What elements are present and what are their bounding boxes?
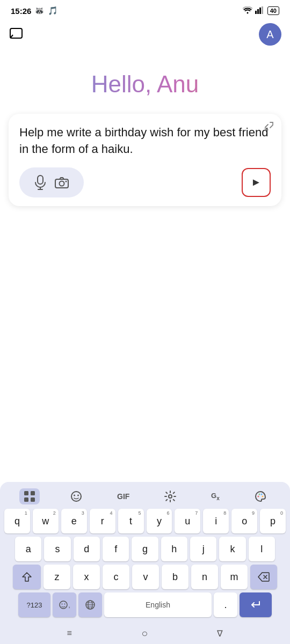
key-d[interactable]: d: [74, 537, 100, 561]
backspace-key[interactable]: [250, 565, 277, 589]
greeting-text: Hello, Anu: [11, 71, 279, 98]
key-row-3: z x c v b n m: [2, 565, 288, 589]
notification-icon-2: 🎵: [48, 6, 58, 16]
svg-rect-12: [31, 491, 35, 495]
wifi-icon: [243, 6, 252, 16]
bottom-nav: ≡ ○ ∇: [0, 623, 290, 644]
nav-back-icon[interactable]: ∇: [217, 628, 223, 639]
key-b[interactable]: b: [162, 565, 189, 589]
key-g[interactable]: g: [132, 537, 158, 561]
key-m[interactable]: m: [221, 565, 248, 589]
nav-menu-icon[interactable]: ≡: [67, 628, 72, 638]
avatar[interactable]: A: [259, 23, 281, 46]
key-o[interactable]: o9: [231, 509, 257, 533]
battery-indicator: 40: [267, 6, 279, 15]
period-label: .: [224, 599, 227, 611]
key-j[interactable]: j: [190, 537, 216, 561]
key-u[interactable]: u7: [175, 509, 200, 533]
send-button[interactable]: ►: [242, 168, 271, 197]
gif-label: GIF: [117, 492, 129, 501]
svg-rect-1: [257, 9, 259, 14]
key-s[interactable]: s: [44, 537, 70, 561]
key-h[interactable]: h: [161, 537, 187, 561]
toolbar-palette-button[interactable]: [250, 488, 271, 504]
svg-point-21: [260, 494, 262, 495]
toolbar-settings-button[interactable]: [160, 488, 180, 504]
svg-point-9: [60, 181, 64, 186]
camera-button[interactable]: [53, 174, 71, 191]
svg-rect-8: [55, 179, 68, 188]
space-key[interactable]: English: [104, 592, 212, 617]
status-right-icons: 40: [243, 6, 279, 16]
svg-rect-3: [262, 6, 263, 14]
greeting-section: Hello, Anu: [0, 49, 290, 114]
svg-rect-13: [24, 497, 28, 502]
toolbar-apps-button[interactable]: [19, 488, 40, 504]
notification-icon-1: 🦝: [34, 6, 45, 16]
key-y[interactable]: y6: [147, 509, 172, 533]
svg-point-20: [258, 494, 260, 495]
keyboard-container: GIF Gx q1 w2 e3 r4 t5 y6 u7: [0, 482, 290, 623]
input-actions: ►: [19, 167, 271, 197]
send-arrow-icon: ►: [251, 176, 262, 188]
svg-point-10: [66, 180, 67, 182]
key-p[interactable]: p0: [260, 509, 286, 533]
status-time: 15:26: [11, 6, 31, 16]
svg-point-24: [62, 604, 63, 605]
toolbar-emoji-button[interactable]: [66, 488, 86, 504]
key-z[interactable]: z: [44, 565, 70, 589]
translate-label: Gx: [211, 492, 220, 501]
input-text: Help me write a birthday wish for my bes…: [19, 125, 271, 158]
key-r[interactable]: r4: [90, 509, 115, 533]
symbols-key[interactable]: ?123: [18, 592, 50, 617]
svg-point-25: [64, 604, 66, 605]
key-l[interactable]: l: [249, 537, 275, 561]
toolbar-gif-button[interactable]: GIF: [113, 490, 134, 503]
key-n[interactable]: n: [191, 565, 218, 589]
key-x[interactable]: x: [73, 565, 100, 589]
svg-point-15: [71, 492, 81, 501]
key-q[interactable]: q1: [4, 509, 30, 533]
key-t[interactable]: t5: [118, 509, 144, 533]
svg-point-18: [169, 495, 172, 498]
signal-icon: [255, 6, 265, 16]
input-card: Help me write a birthday wish for my bes…: [9, 114, 281, 206]
mic-camera-group: [19, 167, 84, 197]
svg-point-16: [74, 495, 75, 496]
symbols-label: ?123: [27, 601, 42, 609]
svg-rect-2: [259, 8, 261, 14]
svg-point-19: [257, 496, 259, 497]
chat-icon[interactable]: [9, 27, 24, 42]
nav-home-icon[interactable]: ○: [141, 627, 148, 640]
svg-rect-14: [31, 497, 35, 502]
top-nav: A: [0, 19, 290, 49]
key-row-2: a s d f g h j k l: [2, 537, 288, 561]
space-label: English: [146, 601, 170, 609]
svg-point-23: [60, 601, 67, 609]
shift-key[interactable]: [13, 565, 41, 589]
svg-point-22: [262, 496, 263, 497]
svg-rect-5: [38, 175, 43, 184]
toolbar-translate-button[interactable]: Gx: [207, 489, 224, 503]
key-row-bottom: ?123 , English .: [2, 592, 288, 617]
key-k[interactable]: k: [219, 537, 245, 561]
expand-icon[interactable]: [264, 121, 274, 134]
keyboard-toolbar: GIF Gx: [2, 486, 288, 509]
key-f[interactable]: f: [103, 537, 129, 561]
emoji-comma-key[interactable]: ,: [53, 592, 76, 617]
key-row-1: q1 w2 e3 r4 t5 y6 u7 i8 o9 p0: [2, 509, 288, 533]
svg-rect-0: [255, 11, 257, 14]
key-w[interactable]: w2: [33, 509, 59, 533]
mic-button[interactable]: [32, 173, 48, 192]
key-c[interactable]: c: [103, 565, 129, 589]
key-e[interactable]: e3: [61, 509, 87, 533]
key-v[interactable]: v: [132, 565, 159, 589]
globe-key[interactable]: [78, 592, 102, 617]
key-i[interactable]: i8: [203, 509, 229, 533]
svg-point-17: [77, 495, 79, 496]
period-key[interactable]: .: [214, 592, 237, 617]
svg-rect-11: [24, 491, 28, 495]
enter-key[interactable]: [240, 592, 272, 617]
status-bar: 15:26 🦝 🎵 40: [0, 0, 290, 19]
key-a[interactable]: a: [15, 537, 41, 561]
